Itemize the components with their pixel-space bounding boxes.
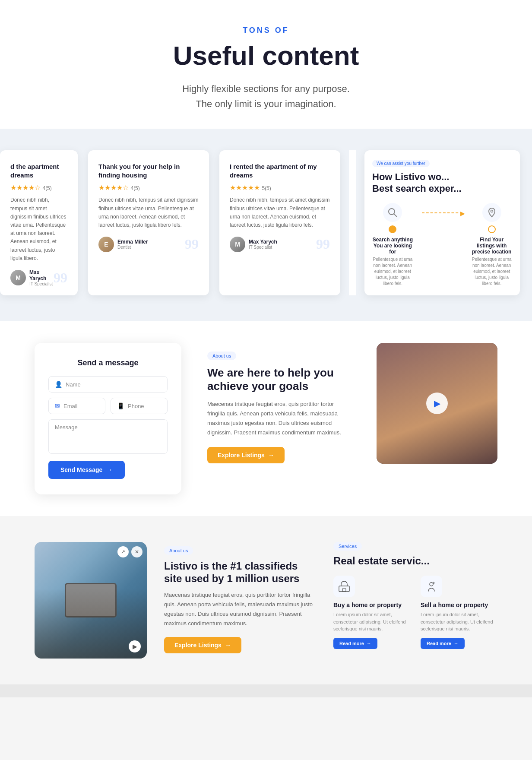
share-button[interactable]: ↗: [117, 546, 129, 557]
avatar-face-2: E: [98, 237, 114, 252]
service-icon-buy: [333, 576, 355, 597]
step-connector: ▶: [422, 212, 463, 213]
search-steps: Search anything You are looking for Pell…: [372, 203, 512, 287]
star-count-2: 4(5): [130, 185, 139, 191]
bottom-title: Listivo is the #1 classifieds site used …: [164, 560, 316, 585]
step-dot-1: [389, 225, 396, 233]
about-title: We are here to help you achieve your goa…: [207, 366, 351, 393]
services-grid: Buy a home or property Lorem ipsum dolor…: [333, 576, 497, 649]
hero-subtitle: TONS OF: [9, 26, 523, 35]
name-field[interactable]: 👤 Name: [48, 376, 168, 393]
email-icon: ✉: [55, 402, 60, 409]
send-arrow-icon: →: [106, 466, 113, 474]
service-item-buy: Buy a home or property Lorem ipsum dolor…: [333, 576, 410, 649]
contact-about-section: Send a message 👤 Name ✉ Email 📱 Phone Me…: [0, 321, 532, 516]
bottom-text: Maecenas tristique feugiat eros, quis po…: [164, 590, 316, 628]
close-button[interactable]: ✕: [131, 546, 142, 557]
card-text-1: Donec nibh nibh, tempus sit amet digniss…: [10, 196, 67, 263]
phone-field[interactable]: 📱 Phone: [111, 398, 168, 414]
email-field[interactable]: ✉ Email: [48, 398, 105, 414]
buy-read-more-arrow-icon: →: [367, 641, 371, 646]
author-info-2: Emma Miller Dentist: [117, 239, 148, 250]
step-icon-1: [383, 203, 402, 222]
bottom-inner: ↗ ✕ ▶ About us Listivo is the #1 classif…: [35, 542, 497, 659]
card-footer-2: E Emma Miller Dentist 99: [98, 236, 199, 252]
svg-rect-4: [342, 589, 346, 592]
message-placeholder: Message: [55, 424, 78, 431]
service-name-sell: Sell a home or property: [421, 602, 497, 608]
phone-icon: 📱: [117, 402, 124, 409]
card-footer-1: M Max Yarych IT Specialist 99: [10, 269, 67, 286]
step-name-1: Search anything You are looking for: [372, 237, 413, 255]
quote-mark-3: 99: [316, 236, 330, 252]
explore-label: Explore Listings: [218, 452, 265, 459]
bottom-explore-button[interactable]: Explore Listings →: [164, 637, 241, 653]
step-item-1: Search anything You are looking for Pell…: [372, 203, 413, 287]
author-info-1: Max Yarych IT Specialist: [29, 269, 54, 286]
avatar-face-3: M: [230, 237, 245, 252]
bottom-badge: About us: [164, 546, 193, 555]
sell-read-more-label: Read more: [427, 641, 451, 646]
avatar-1: M: [10, 270, 26, 285]
star-count-1: 4(5): [42, 185, 51, 191]
author-name-1: Max Yarych: [29, 269, 54, 282]
step-item-2: Find Your listings with precise location…: [471, 203, 512, 287]
video-person: ▶: [377, 343, 497, 464]
bottom-image-block: ↗ ✕ ▶: [35, 542, 147, 659]
card-title-1: d the apartment dreams: [10, 162, 67, 179]
card-text-2: Donec nibh nibh, tempus sit amet digniss…: [98, 196, 199, 229]
buy-read-more-button[interactable]: Read more →: [333, 638, 377, 649]
testimonial-card-3: I rented the apartment of my dreams ★★★★…: [219, 150, 340, 295]
send-message-button[interactable]: Send Message →: [48, 461, 125, 479]
testimonials-cards-wrapper: d the apartment dreams ★★★★☆ 4(5) Donec …: [0, 142, 532, 304]
about-text: Maecenas tristique feugiat eros, quis po…: [207, 399, 351, 437]
services-badge: Services: [333, 542, 362, 551]
avatar-2: E: [98, 237, 114, 252]
email-phone-row: ✉ Email 📱 Phone: [48, 398, 168, 419]
about-block: About us We are here to help you achieve…: [203, 343, 355, 472]
star-count-3: 5(5): [262, 185, 271, 191]
card-inner-3: I rented the apartment of my dreams ★★★★…: [230, 162, 330, 252]
stars-3: ★★★★★ 5(5): [230, 184, 330, 192]
card-footer-3: M Max Yarych IT Specialist 99: [230, 236, 330, 252]
step-icon-2: [482, 203, 501, 222]
contact-inner: Send a message 👤 Name ✉ Email 📱 Phone Me…: [35, 343, 497, 494]
hands-image: [35, 542, 147, 659]
step-name-2: Find Your listings with precise location: [471, 237, 512, 255]
play-button[interactable]: ▶: [426, 393, 448, 414]
service-item-sell: Sell a home or property Lorem ipsum dolo…: [421, 576, 497, 649]
avatar-3: M: [230, 237, 245, 252]
contact-form-block: Send a message 👤 Name ✉ Email 📱 Phone Me…: [35, 343, 181, 494]
name-icon: 👤: [55, 381, 62, 388]
author-role-3: IT Specialist: [249, 245, 277, 250]
send-label: Send Message: [60, 466, 102, 473]
card-text-3: Donec nibh nibh, tempus sit amet digniss…: [230, 196, 330, 229]
step-desc-2: Pellentesque at urna non laoreet. Aenean…: [471, 256, 512, 287]
form-title: Send a message: [48, 358, 168, 367]
author-role-2: Dentist: [117, 245, 148, 250]
nav-button[interactable]: ▶: [129, 640, 141, 652]
services-title: Real estate servic...: [333, 555, 497, 567]
footer-bar: [0, 684, 532, 697]
explore-listings-button[interactable]: Explore Listings →: [207, 447, 285, 463]
testimonial-card-2: Thank you for your help in finding housi…: [88, 150, 209, 295]
author-name-2: Emma Miller: [117, 239, 148, 245]
hero-title: Useful content: [9, 40, 523, 71]
svg-line-1: [394, 214, 397, 217]
phone-placeholder: Phone: [128, 403, 144, 409]
search-badge: We can assist you further: [372, 160, 430, 167]
svg-point-2: [491, 210, 493, 212]
name-placeholder: Name: [66, 381, 81, 388]
message-field[interactable]: Message: [48, 419, 168, 454]
quote-mark-1: 99: [54, 270, 67, 286]
bottom-section: ↗ ✕ ▶ About us Listivo is the #1 classif…: [0, 525, 532, 684]
about-badge: About us: [207, 352, 236, 360]
service-desc-sell: Lorem ipsum dolor sit amet, consectetur …: [421, 611, 497, 633]
search-card: We can assist you further How Listivo wo…: [364, 150, 520, 295]
bottom-spacer: [0, 516, 532, 525]
hero-desc2: The only limit is your imagination.: [9, 96, 523, 111]
step-desc-1: Pellentesque at urna non laoreet. Aenean…: [372, 256, 413, 287]
hero-section: TONS OF Useful content Highly flexible s…: [0, 0, 532, 129]
sell-read-more-button[interactable]: Read more →: [421, 638, 465, 649]
hero-desc1: Highly flexible sections for any purpose…: [9, 81, 523, 96]
